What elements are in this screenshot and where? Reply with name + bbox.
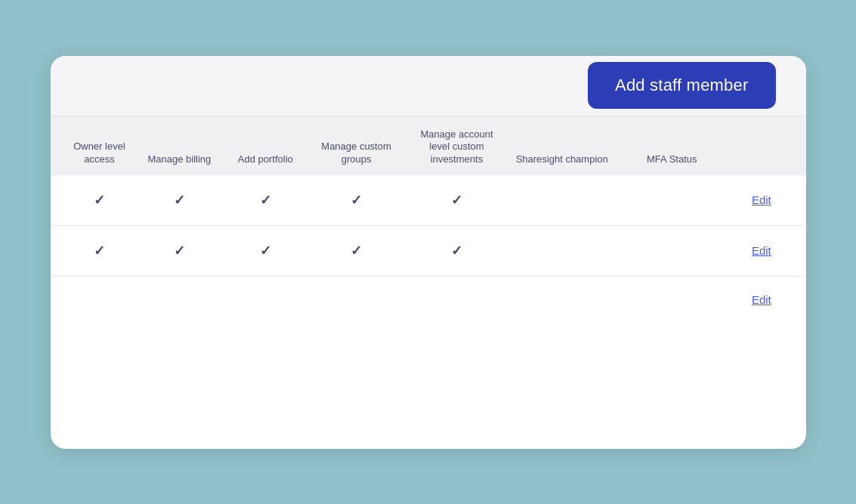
checkmark-icon: ✓	[174, 243, 185, 258]
billing-cell: ✓	[136, 175, 222, 226]
table-container: Owner level access Manage billing Add po…	[51, 116, 806, 324]
owner-access-cell	[51, 277, 137, 324]
edit-button[interactable]: Edit	[752, 293, 771, 306]
col-header-champion: Sharesight champion	[509, 116, 614, 176]
checkmark-icon: ✓	[174, 193, 185, 208]
portfolio-cell	[222, 277, 308, 324]
checkmark-icon: ✓	[260, 193, 271, 208]
checkmark-icon: ✓	[451, 243, 462, 258]
staff-table: Owner level access Manage billing Add po…	[51, 116, 806, 324]
add-staff-button[interactable]: Add staff member	[588, 62, 775, 109]
col-header-custom-groups: Manage custom groups	[308, 116, 404, 176]
edit-cell: Edit	[729, 226, 805, 277]
table-header-row: Owner level access Manage billing Add po…	[51, 116, 806, 176]
checkmark-icon: ✓	[94, 193, 105, 208]
billing-cell: ✓	[136, 226, 222, 277]
custom-groups-cell: ✓	[308, 175, 404, 226]
owner-access-cell: ✓	[51, 175, 137, 226]
champion-cell	[509, 175, 614, 226]
table-row: Edit	[51, 277, 806, 324]
mfa-status-cell	[614, 226, 729, 277]
table-row: ✓✓✓✓✓Edit	[51, 226, 806, 277]
owner-access-cell: ✓	[51, 226, 137, 277]
col-header-portfolio: Add portfolio	[222, 116, 308, 176]
custom-groups-cell	[308, 277, 404, 324]
checkmark-icon: ✓	[351, 243, 362, 258]
edit-cell: Edit	[729, 277, 805, 324]
custom-investments-cell	[404, 277, 509, 324]
edit-button[interactable]: Edit	[752, 193, 771, 206]
main-card: Add staff member Owner level access Mana…	[51, 56, 806, 449]
checkmark-icon: ✓	[94, 243, 105, 258]
custom-groups-cell: ✓	[308, 226, 404, 277]
portfolio-cell: ✓	[222, 226, 308, 277]
table-row: ✓✓✓✓✓Edit	[51, 175, 806, 226]
card-header: Add staff member	[51, 56, 806, 116]
portfolio-cell: ✓	[222, 175, 308, 226]
col-header-billing: Manage billing	[136, 116, 222, 176]
edit-button[interactable]: Edit	[752, 244, 771, 257]
billing-cell	[136, 277, 222, 324]
champion-cell	[509, 277, 614, 324]
edit-cell: Edit	[729, 175, 805, 226]
col-header-owner: Owner level access	[51, 116, 137, 176]
champion-cell	[509, 226, 614, 277]
custom-investments-cell: ✓	[404, 226, 509, 277]
col-header-mfa: MFA Status	[614, 116, 729, 176]
mfa-status-cell	[614, 277, 729, 324]
checkmark-icon: ✓	[351, 193, 362, 208]
mfa-status-cell	[614, 175, 729, 226]
checkmark-icon: ✓	[260, 243, 271, 258]
col-header-custom-investments: Manage account level custom investments	[404, 116, 509, 176]
custom-investments-cell: ✓	[404, 175, 509, 226]
checkmark-icon: ✓	[451, 193, 462, 208]
col-header-actions	[729, 116, 805, 176]
